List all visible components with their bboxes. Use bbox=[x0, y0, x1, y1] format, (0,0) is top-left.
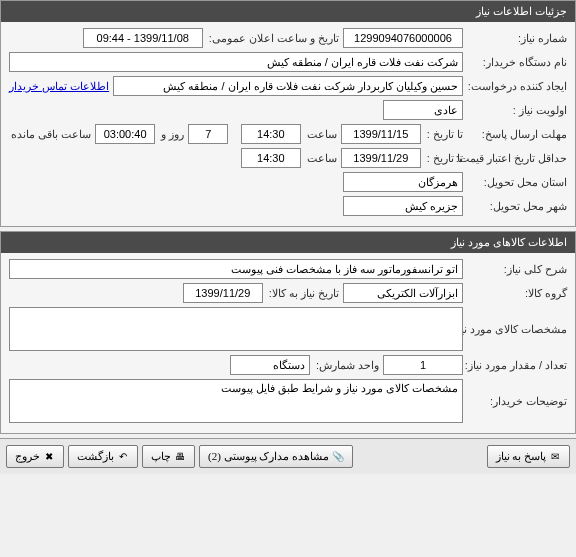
group-field[interactable] bbox=[343, 283, 463, 303]
announce-field[interactable] bbox=[83, 28, 203, 48]
print-label: چاپ bbox=[151, 450, 171, 463]
to-date-label-1: تا تاریخ : bbox=[425, 128, 463, 141]
validity-date-field[interactable] bbox=[341, 148, 421, 168]
exit-icon: ✖ bbox=[43, 451, 55, 463]
spec-label: مشخصات کالای مورد نیاز: bbox=[467, 323, 567, 336]
priority-label: اولویت نیاز : bbox=[467, 104, 567, 117]
time-label-2: ساعت bbox=[305, 152, 337, 165]
respond-icon: ✉ bbox=[549, 451, 561, 463]
respond-label: پاسخ به نیاز bbox=[496, 450, 547, 463]
deadline-label: مهلت ارسال پاسخ: bbox=[467, 128, 567, 141]
province-label: استان محل تحویل: bbox=[467, 176, 567, 189]
need-number-label: شماره نیاز: bbox=[467, 32, 567, 45]
remain-time-field[interactable] bbox=[95, 124, 155, 144]
back-label: بازگشت bbox=[77, 450, 114, 463]
qty-label: تعداد / مقدار مورد نیاز: bbox=[467, 359, 567, 372]
buyer-notes-label: توضیحات خریدار: bbox=[467, 395, 567, 408]
need-number-field[interactable] bbox=[343, 28, 463, 48]
back-icon: ↶ bbox=[117, 451, 129, 463]
unit-label: واحد شمارش: bbox=[314, 359, 379, 372]
desc-label: شرح کلی نیاز: bbox=[467, 263, 567, 276]
need-details-panel: جزئیات اطلاعات نیاز شماره نیاز: تاریخ و … bbox=[0, 0, 576, 227]
announce-label: تاریخ و ساعت اعلان عمومی: bbox=[207, 32, 339, 45]
buyer-label: نام دستگاه خریدار: bbox=[467, 56, 567, 69]
need-details-header: جزئیات اطلاعات نیاز bbox=[1, 1, 575, 22]
city-field[interactable] bbox=[343, 196, 463, 216]
need-date-label: تاریخ نیاز به کالا: bbox=[267, 287, 339, 300]
attachments-label: مشاهده مدارک پیوستی (2) bbox=[208, 450, 329, 463]
respond-button[interactable]: ✉ پاسخ به نیاز bbox=[487, 445, 571, 468]
goods-info-body: شرح کلی نیاز: گروه کالا: تاریخ نیاز به ک… bbox=[1, 253, 575, 433]
deadline-time-field[interactable] bbox=[241, 124, 301, 144]
goods-info-header: اطلاعات کالاهای مورد نیاز bbox=[1, 232, 575, 253]
print-button[interactable]: 🖶 چاپ bbox=[142, 445, 195, 468]
requester-label: ایجاد کننده درخواست: bbox=[467, 80, 567, 93]
attachment-icon: 📎 bbox=[332, 451, 344, 463]
buyer-notes-field[interactable] bbox=[9, 379, 463, 423]
need-date-field[interactable] bbox=[183, 283, 263, 303]
attachments-button[interactable]: 📎 مشاهده مدارک پیوستی (2) bbox=[199, 445, 353, 468]
exit-label: خروج bbox=[15, 450, 40, 463]
footer-toolbar: ✉ پاسخ به نیاز 📎 مشاهده مدارک پیوستی (2)… bbox=[0, 438, 576, 474]
contact-link[interactable]: اطلاعات تماس خریدار bbox=[9, 80, 109, 93]
province-field[interactable] bbox=[343, 172, 463, 192]
unit-field[interactable] bbox=[230, 355, 310, 375]
remain-label: ساعت باقی مانده bbox=[9, 128, 91, 141]
validity-time-field[interactable] bbox=[241, 148, 301, 168]
spec-field[interactable] bbox=[9, 307, 463, 351]
day-and-label: روز و bbox=[159, 128, 184, 141]
need-details-body: شماره نیاز: تاریخ و ساعت اعلان عمومی: نا… bbox=[1, 22, 575, 226]
buyer-field[interactable] bbox=[9, 52, 463, 72]
priority-field[interactable] bbox=[383, 100, 463, 120]
desc-field[interactable] bbox=[9, 259, 463, 279]
city-label: شهر محل تحویل: bbox=[467, 200, 567, 213]
validity-label: حداقل تاریخ اعتبار قیمت: bbox=[467, 152, 567, 165]
requester-field[interactable] bbox=[113, 76, 463, 96]
group-label: گروه کالا: bbox=[467, 287, 567, 300]
remain-days-field[interactable] bbox=[188, 124, 228, 144]
qty-field[interactable] bbox=[383, 355, 463, 375]
goods-info-panel: اطلاعات کالاهای مورد نیاز شرح کلی نیاز: … bbox=[0, 231, 576, 434]
time-label-1: ساعت bbox=[305, 128, 337, 141]
back-button[interactable]: ↶ بازگشت bbox=[68, 445, 138, 468]
deadline-date-field[interactable] bbox=[341, 124, 421, 144]
exit-button[interactable]: ✖ خروج bbox=[6, 445, 64, 468]
to-date-label-2: تا تاریخ : bbox=[425, 152, 463, 165]
print-icon: 🖶 bbox=[174, 451, 186, 463]
